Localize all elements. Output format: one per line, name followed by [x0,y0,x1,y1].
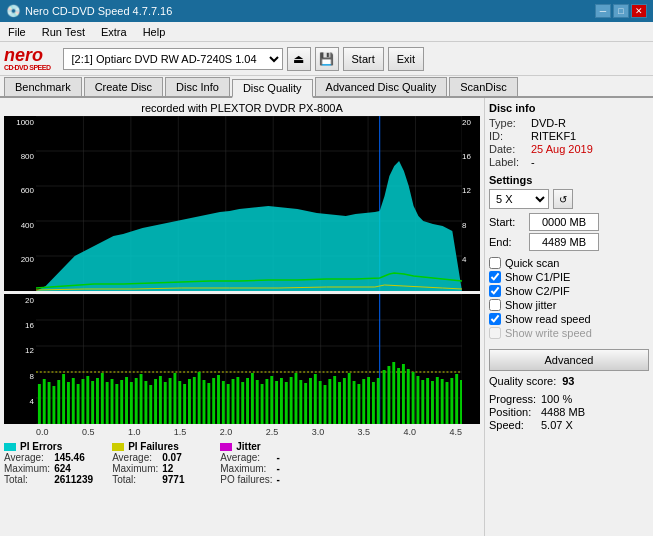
svg-rect-80 [261,384,264,424]
svg-rect-110 [407,369,410,424]
refresh-button[interactable]: ↺ [553,189,573,209]
start-button[interactable]: Start [343,47,384,71]
quick-scan-checkbox[interactable] [489,257,501,269]
x-label-35: 3.5 [358,427,371,437]
menu-run-test[interactable]: Run Test [38,24,89,40]
y-left-200: 200 [4,255,34,264]
x-label-45: 4.5 [449,427,462,437]
pi-failures-total-row: Total: 9771 [112,474,212,485]
y-right-8: 8 [462,221,480,230]
svg-rect-103 [372,382,375,424]
advanced-button[interactable]: Advanced [489,349,649,371]
y2-left-20: 20 [4,296,34,305]
y2-left-16: 16 [4,321,34,330]
svg-rect-76 [241,382,244,424]
end-input[interactable] [529,233,599,251]
minimize-button[interactable]: ─ [595,4,611,18]
svg-rect-99 [353,381,356,424]
svg-rect-74 [232,379,235,424]
drive-select[interactable]: [2:1] Optiarc DVD RW AD-7240S 1.04 [63,48,283,70]
svg-rect-55 [140,374,143,424]
tab-advanced-disc-quality[interactable]: Advanced Disc Quality [315,77,448,96]
menu-file[interactable]: File [4,24,30,40]
start-input[interactable] [529,213,599,231]
show-jitter-label: Show jitter [505,299,556,311]
pi-failures-block: PI Failures Average: 0.07 Maximum: 12 To… [112,441,212,485]
app-icon: 💿 [6,4,21,18]
logo: nero CD·DVD SPEED [4,46,51,71]
svg-rect-42 [77,384,80,424]
jitter-max-row: Maximum: - [220,463,326,474]
save-button[interactable]: 💾 [315,47,339,71]
show-c1pie-checkbox[interactable] [489,271,501,283]
jitter-label: Jitter [236,441,260,452]
tab-disc-quality[interactable]: Disc Quality [232,79,313,98]
chart-title: recorded with PLEXTOR DVDR PX-800A [4,102,480,114]
svg-rect-77 [246,378,249,424]
svg-rect-49 [111,379,114,424]
svg-rect-45 [91,381,94,424]
end-label: End: [489,236,523,248]
svg-rect-56 [144,381,147,424]
svg-rect-39 [62,374,65,424]
show-c2pif-checkbox[interactable] [489,285,501,297]
speed-row: 5 X ↺ [489,189,649,209]
y-right-16: 16 [462,152,480,161]
menu-extra[interactable]: Extra [97,24,131,40]
show-write-speed-label: Show write speed [505,327,592,339]
speed-select[interactable]: 5 X [489,189,549,209]
disc-label-label: Label: [489,156,527,168]
pi-errors-avg-row: Average: 145.46 [4,452,104,463]
svg-rect-90 [309,378,312,424]
svg-rect-60 [164,382,167,424]
tab-scan-disc[interactable]: ScanDisc [449,77,517,96]
svg-rect-116 [436,377,439,424]
eject-button[interactable]: ⏏ [287,47,311,71]
position-value: 4488 MB [541,406,585,418]
disc-id-label: ID: [489,130,527,142]
svg-rect-52 [125,377,128,424]
main-content: recorded with PLEXTOR DVDR PX-800A 1000 … [0,98,653,536]
tab-disc-info[interactable]: Disc Info [165,77,230,96]
disc-info-section: Disc info Type: DVD-R ID: RITEKF1 Date: … [489,102,649,168]
menu-help[interactable]: Help [139,24,170,40]
tab-create-disc[interactable]: Create Disc [84,77,163,96]
svg-rect-88 [299,380,302,424]
svg-rect-65 [188,379,191,424]
tabs: Benchmark Create Disc Disc Info Disc Qua… [0,76,653,98]
tab-benchmark[interactable]: Benchmark [4,77,82,96]
disc-label-row: Label: - [489,156,649,168]
quick-scan-label: Quick scan [505,257,559,269]
svg-rect-87 [295,373,298,424]
svg-rect-47 [101,373,104,424]
start-label: Start: [489,216,523,228]
show-jitter-checkbox[interactable] [489,299,501,311]
disc-date-value: 25 Aug 2019 [531,143,593,155]
svg-rect-115 [431,381,434,424]
quality-score-label: Quality score: [489,375,556,387]
x-label-4: 4.0 [404,427,417,437]
exit-button[interactable]: Exit [388,47,424,71]
svg-rect-83 [275,381,278,424]
disc-label-value: - [531,156,535,168]
jitter-po-row: PO failures: - [220,474,326,485]
svg-rect-58 [154,379,157,424]
pi-failures-label: PI Failures [128,441,179,452]
progress-label: Progress: [489,393,537,405]
close-button[interactable]: ✕ [631,4,647,18]
maximize-button[interactable]: □ [613,4,629,18]
svg-rect-67 [198,372,201,424]
x-label-2: 2.0 [220,427,233,437]
svg-rect-46 [96,378,99,424]
x-label-05: 0.5 [82,427,95,437]
x-label-0: 0.0 [36,427,49,437]
show-read-speed-label: Show read speed [505,313,591,325]
svg-rect-105 [383,370,386,424]
show-write-speed-checkbox [489,327,501,339]
title-bar: 💿 Nero CD-DVD Speed 4.7.7.16 ─ □ ✕ [0,0,653,22]
show-read-speed-checkbox[interactable] [489,313,501,325]
svg-rect-57 [149,385,152,424]
speed-result-value: 5.07 X [541,419,573,431]
svg-rect-63 [178,381,181,424]
pi-failures-max-row: Maximum: 12 [112,463,212,474]
